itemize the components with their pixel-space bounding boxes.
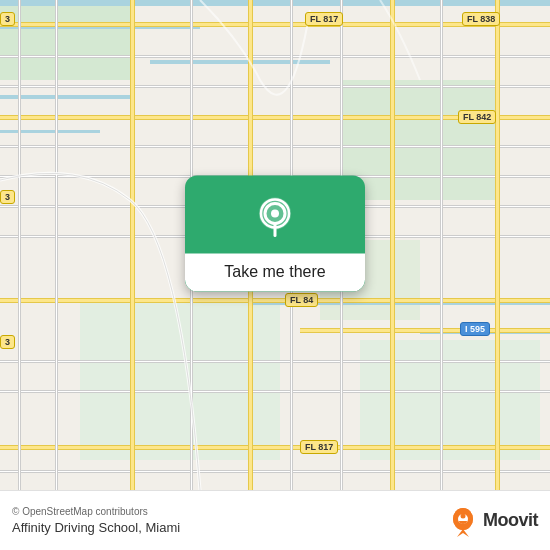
bottom-bar: © OpenStreetMap contributors Affinity Dr… [0,490,550,550]
copyright-text: © OpenStreetMap contributors [12,506,180,517]
road-label-left-mid: 3 [0,190,15,204]
road-v-2 [55,0,58,490]
road-label-fl838: FL 838 [462,12,500,26]
location-pin-icon [250,193,300,243]
road-h-13 [0,470,550,473]
road-h-5 [0,145,550,148]
bottom-left-info: © OpenStreetMap contributors Affinity Dr… [12,506,180,535]
road-h-11 [0,390,550,393]
road-h-fl84 [0,298,550,303]
road-label-fl842: FL 842 [458,110,496,124]
road-h-10 [0,360,550,363]
road-v-1 [18,0,21,490]
road-h-i595 [300,328,550,333]
road-label-fl84: FL 84 [285,293,318,307]
park-area-5 [360,340,540,460]
canal-top [0,0,550,6]
road-v-fl817 [130,0,135,490]
road-h-fl817-bot [0,445,550,450]
canal-2 [150,60,330,64]
map-container: FL 817 FL 838 FL 842 817 FL 84 I 595 FL … [0,0,550,490]
moovit-pin-icon [447,505,479,537]
road-h-2 [0,55,550,58]
road-label-fl817-bot: FL 817 [300,440,338,454]
road-v-far-right [495,0,500,490]
road-label-left-top: 3 [0,12,15,26]
tooltip-icon-area [230,175,320,253]
road-label-i595: I 595 [460,322,490,336]
location-name: Affinity Driving School, Miami [12,520,180,535]
road-label-left-bot: 3 [0,335,15,349]
road-h-3 [0,85,550,88]
svg-point-7 [461,513,466,518]
svg-point-2 [271,209,279,217]
moovit-text-label: Moovit [483,510,538,531]
road-v-9 [440,0,443,490]
tooltip-label[interactable]: Take me there [185,253,365,291]
tooltip-card[interactable]: Take me there [185,175,365,291]
moovit-logo: Moovit [447,505,538,537]
road-v-major-right [390,0,395,490]
canal-4 [0,130,100,133]
road-label-fl817-top: FL 817 [305,12,343,26]
